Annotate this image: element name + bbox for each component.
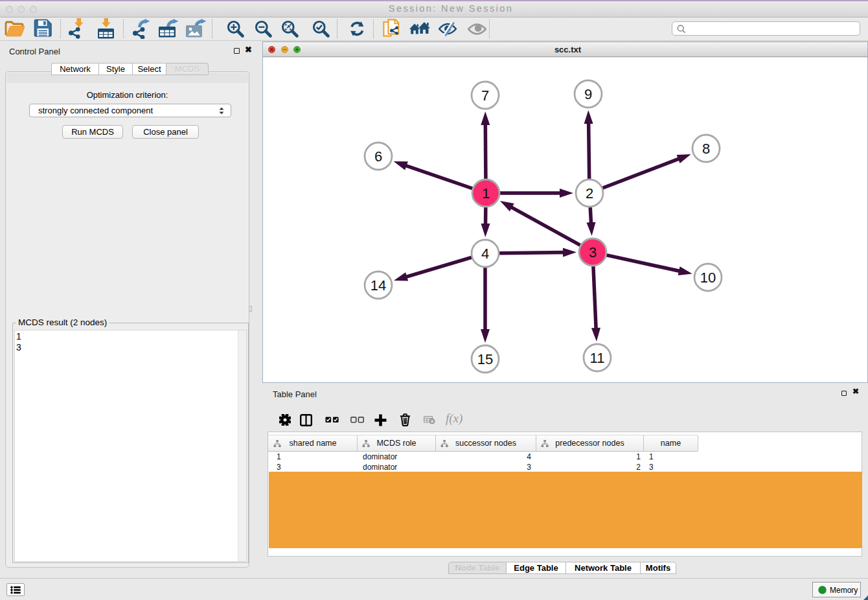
svg-text:11: 11 [590,350,605,366]
svg-text:1: 1 [482,185,490,202]
svg-text:3: 3 [589,244,597,260]
svg-text:7: 7 [481,87,489,104]
svg-text:10: 10 [700,270,716,286]
svg-text:6: 6 [374,148,382,165]
svg-text:2: 2 [586,185,593,202]
svg-text:9: 9 [584,86,592,102]
svg-text:15: 15 [477,351,493,367]
svg-text:4: 4 [481,246,489,262]
svg-text:8: 8 [702,141,710,157]
svg-text:14: 14 [371,277,386,294]
